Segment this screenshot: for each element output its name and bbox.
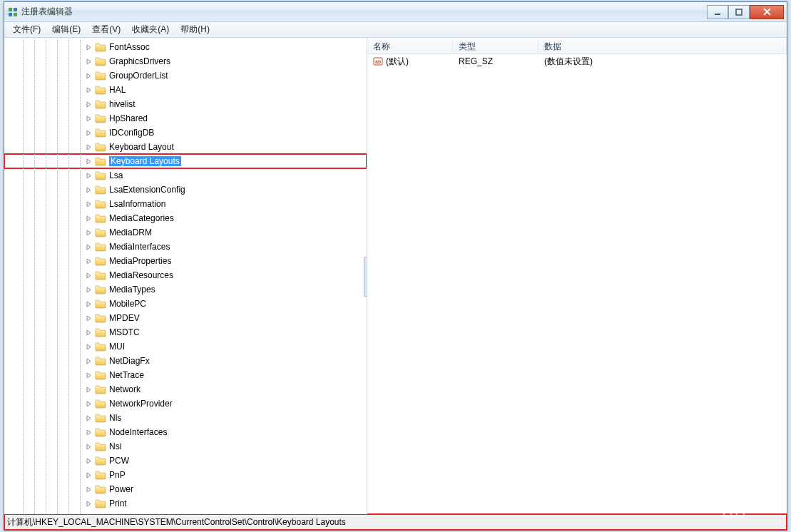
expand-icon[interactable] [85, 271, 93, 280]
expand-icon[interactable] [85, 385, 93, 394]
expand-icon[interactable] [85, 128, 93, 137]
value-row[interactable]: ab(默认)REG_SZ(数值未设置) [367, 54, 787, 68]
tree-item[interactable]: Network [4, 382, 367, 397]
tree-item[interactable]: HAL [4, 83, 367, 97]
expand-icon[interactable] [85, 371, 93, 379]
tree-item[interactable]: MediaResources [4, 268, 367, 282]
expand-icon[interactable] [85, 57, 93, 66]
tree-item[interactable]: MUI [4, 339, 367, 354]
tree-item[interactable]: MediaDRM [4, 225, 367, 240]
tree-item[interactable]: Keyboard Layouts [4, 154, 367, 168]
tree-item[interactable]: NetworkProvider [4, 397, 367, 411]
expand-icon[interactable] [85, 114, 93, 123]
tree-item[interactable]: PnP [4, 468, 367, 482]
expand-icon[interactable] [85, 143, 93, 151]
tree-item[interactable]: MediaInterfaces [4, 240, 367, 254]
splitter-handle[interactable] [364, 257, 367, 297]
tree-item[interactable]: Nsi [4, 439, 367, 454]
tree-item[interactable]: GroupOrderList [4, 68, 367, 83]
tree-item[interactable]: NetTrace [4, 368, 367, 382]
tree-item[interactable]: GraphicsDrivers [4, 54, 367, 68]
tree-item-label: GraphicsDrivers [109, 56, 170, 66]
tree-item-label: MediaProperties [109, 256, 171, 266]
expand-icon[interactable] [85, 499, 93, 508]
expand-icon[interactable] [85, 328, 93, 337]
expand-icon[interactable] [85, 228, 93, 237]
tree-panel[interactable]: FontAssocGraphicsDriversGroupOrderListHA… [4, 39, 367, 514]
tree-item-label: NetworkProvider [109, 399, 173, 409]
tree-item[interactable]: PCW [4, 454, 367, 468]
tree-item[interactable]: MSDTC [4, 325, 367, 339]
tree-item[interactable]: LsaExtensionConfig [4, 183, 367, 197]
folder-icon [95, 185, 106, 195]
expand-icon[interactable] [85, 428, 93, 436]
expand-icon[interactable] [85, 185, 93, 194]
maximize-button[interactable] [728, 5, 750, 19]
tree-item[interactable]: HpShared [4, 111, 367, 126]
titlebar[interactable]: 注册表编辑器 [4, 2, 787, 22]
col-data[interactable]: 数据 [539, 39, 787, 53]
tree-item-label: Keyboard Layouts [109, 156, 181, 166]
folder-icon [95, 242, 106, 252]
folder-icon [95, 313, 106, 323]
expand-icon[interactable] [85, 471, 93, 479]
menu-help[interactable]: 帮助(H) [175, 22, 215, 37]
tree-item[interactable]: MediaTypes [4, 282, 367, 297]
tree-item[interactable]: Print [4, 496, 367, 511]
tree-item[interactable]: MediaCategories [4, 211, 367, 225]
expand-icon[interactable] [85, 100, 93, 108]
expand-icon[interactable] [85, 300, 93, 308]
folder-icon [95, 142, 106, 152]
menu-view[interactable]: 查看(V) [86, 22, 126, 37]
tree-item-label: FontAssoc [109, 42, 150, 52]
expand-icon[interactable] [85, 214, 93, 222]
expand-icon[interactable] [85, 43, 93, 51]
folder-icon [95, 399, 106, 409]
tree-item[interactable]: Lsa [4, 168, 367, 183]
tree-item[interactable]: MPDEV [4, 311, 367, 325]
expand-icon[interactable] [85, 414, 93, 422]
close-button[interactable] [750, 5, 784, 19]
window-controls [707, 5, 784, 19]
expand-icon[interactable] [85, 242, 93, 251]
minimize-button[interactable] [707, 5, 728, 19]
expand-icon[interactable] [85, 171, 93, 180]
expand-icon[interactable] [85, 399, 93, 408]
window-title: 注册表编辑器 [21, 6, 707, 18]
tree-item[interactable]: FontAssoc [4, 40, 367, 54]
menu-file[interactable]: 文件(F) [7, 22, 46, 37]
tree-item[interactable]: MediaProperties [4, 254, 367, 268]
menubar: 文件(F) 编辑(E) 查看(V) 收藏夹(A) 帮助(H) [4, 22, 787, 38]
tree-item[interactable]: Nls [4, 411, 367, 425]
tree-item[interactable]: LsaInformation [4, 197, 367, 211]
expand-icon[interactable] [85, 86, 93, 94]
expand-icon[interactable] [85, 442, 93, 451]
menu-edit[interactable]: 编辑(E) [46, 22, 86, 37]
folder-icon [95, 85, 106, 95]
menu-favorites[interactable]: 收藏夹(A) [126, 22, 175, 37]
tree-item[interactable]: IDConfigDB [4, 126, 367, 140]
expand-icon[interactable] [85, 257, 93, 265]
registry-editor-window: 注册表编辑器 文件(F) 编辑(E) 查看(V) 收藏夹(A) 帮助(H) [4, 1, 787, 531]
tree-item-label: Network [109, 384, 141, 394]
tree-item[interactable]: MobilePC [4, 297, 367, 311]
tree-item[interactable]: Keyboard Layout [4, 140, 367, 154]
tree-item[interactable]: Power [4, 482, 367, 496]
expand-icon[interactable] [85, 157, 93, 165]
tree-item-label: MPDEV [109, 313, 140, 323]
col-type[interactable]: 类型 [453, 39, 539, 53]
expand-icon[interactable] [85, 342, 93, 351]
col-name[interactable]: 名称 [367, 39, 453, 53]
expand-icon[interactable] [85, 314, 93, 322]
expand-icon[interactable] [85, 485, 93, 493]
expand-icon[interactable] [85, 285, 93, 294]
expand-icon[interactable] [85, 357, 93, 365]
folder-icon [95, 156, 106, 166]
tree-item[interactable]: NetDiagFx [4, 354, 367, 368]
tree-item[interactable]: hivelist [4, 97, 367, 111]
values-body[interactable]: ab(默认)REG_SZ(数值未设置) [367, 54, 787, 514]
tree-item[interactable]: NodeInterfaces [4, 425, 367, 439]
expand-icon[interactable] [85, 200, 93, 208]
expand-icon[interactable] [85, 456, 93, 465]
expand-icon[interactable] [85, 71, 93, 80]
